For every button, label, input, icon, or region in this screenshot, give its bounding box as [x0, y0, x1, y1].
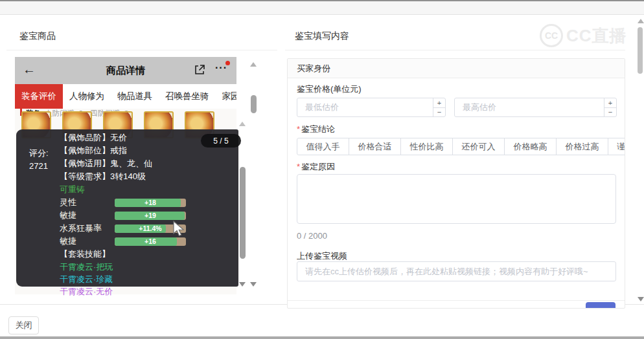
left-section-divider — [6, 50, 277, 50]
inner-scrollbar-thumb[interactable] — [240, 167, 246, 259]
page-scroll-down-icon[interactable] — [638, 297, 644, 301]
set-skill-line: 干霄凌云·珍藏 — [60, 273, 186, 285]
reason-textarea[interactable] — [297, 174, 616, 224]
min-price-placeholder: 最低估价 — [305, 98, 339, 116]
set-skill-line: 干霄凌云·把玩 — [60, 261, 186, 273]
increment-icon[interactable]: + — [433, 98, 445, 108]
outer-scrollbar-thumb[interactable] — [251, 95, 257, 113]
appraisal-dialog: 鉴宝商品 鉴宝填写内容 CC CC直播 ← 商品详情 ··· 装备评价人物修为物… — [0, 0, 644, 339]
mouse-cursor — [172, 221, 187, 240]
form-footer-divider — [288, 300, 625, 301]
conclusion-值得入手[interactable]: 值得入手 — [297, 138, 349, 155]
set-skill-line: 干霄凌云·无价 — [60, 285, 186, 298]
conclusion-价格过高[interactable]: 价格过高 — [556, 138, 608, 155]
increment-icon[interactable]: + — [604, 98, 616, 108]
window-top-strip — [0, 1, 644, 15]
cc-logo-icon: CC — [540, 24, 563, 47]
conclusion-label: 鉴宝结论 — [297, 124, 335, 135]
left-section-title: 鉴宝商品 — [19, 30, 56, 42]
conclusion-价格略高[interactable]: 价格略高 — [504, 138, 557, 155]
max-price-spinner: + − — [604, 98, 616, 116]
notification-dot — [225, 61, 230, 65]
product-detail-header: ← 商品详情 ··· — [15, 57, 236, 84]
conclusion-还价可入[interactable]: 还价可入 — [452, 138, 505, 155]
stat-bar-row: 敏捷+16 — [60, 235, 186, 248]
stat-label: 敏捷 — [60, 235, 115, 248]
stat-bar-row: 敏捷+19 — [60, 209, 186, 222]
min-price-input[interactable]: 最低估价 + − — [297, 98, 446, 117]
reason-label: 鉴定原因 — [297, 161, 335, 173]
stat-bar-row: 水系狂暴率+11.4% — [60, 222, 186, 235]
stat-label: 敏捷 — [60, 209, 115, 222]
appraisal-form-card: 买家身份 鉴宝价格(单位元) 最低估价 + − 最高估价 + − 鉴宝结论 值得… — [287, 58, 625, 309]
max-price-placeholder: 最高估价 — [463, 98, 496, 116]
buyer-identity-header: 买家身份 — [288, 59, 625, 78]
image-pager-badge: 5 / 5 — [201, 134, 241, 148]
conclusion-谨慎购买[interactable]: 谨慎购买 — [608, 138, 625, 155]
item-attribute-line: 【佩饰品阶】无价 — [60, 131, 186, 144]
item-attributes: 【佩饰品阶】无价【佩饰部位】戒指【佩饰适用】鬼、龙、仙【等级需求】3转140级可… — [60, 131, 186, 298]
stat-bar-track: +18 — [115, 199, 186, 207]
char-counter: 0 / 2000 — [297, 231, 327, 241]
price-label: 鉴宝价格(单位元) — [297, 83, 362, 95]
recast-flag: 可重铸 — [60, 183, 186, 196]
right-section-title: 鉴宝填写内容 — [295, 30, 349, 42]
inner-scroll-up-icon[interactable] — [239, 122, 246, 126]
score-label: 评分: — [29, 148, 49, 159]
conclusion-性价比高[interactable]: 性价比高 — [400, 138, 453, 155]
video-placeholder: 请先在cc上传估价视频后，再在此处粘贴视频链接；视频内容有助于好评哦~ — [305, 262, 588, 281]
stat-bar-value: +19 — [115, 212, 186, 220]
stat-label: 灵性 — [60, 196, 115, 209]
video-label: 上传鉴宝视频 — [297, 250, 347, 262]
page-scroll-up-icon[interactable] — [638, 19, 644, 23]
stat-bar-track: +19 — [115, 212, 186, 220]
item-attribute-line: 【佩饰适用】鬼、龙、仙 — [60, 157, 186, 170]
submit-button[interactable] — [586, 302, 615, 309]
outer-scroll-up-icon[interactable] — [250, 62, 257, 67]
video-link-input[interactable]: 请先在cc上传估价视频后，再在此处粘贴视频链接；视频内容有助于好评哦~ — [297, 261, 616, 281]
tab-家园养育[interactable]: 家园养育 — [216, 84, 237, 109]
product-tabbar: 装备评价人物修为物品道具召唤兽坐骑家园养育 — [15, 84, 236, 109]
min-price-spinner: + − — [433, 98, 445, 116]
page-scrollbar-thumb[interactable] — [638, 27, 643, 74]
stat-bar-value: +18 — [115, 199, 186, 207]
item-stats-tooltip: 5 / 5 评分: 2721 【佩饰品阶】无价【佩饰部位】戒指【佩饰适用】鬼、龙… — [16, 129, 238, 287]
close-button[interactable]: 关闭 — [8, 316, 39, 334]
decrement-icon[interactable]: − — [433, 108, 445, 117]
tab-物品道具[interactable]: 物品道具 — [111, 84, 159, 109]
share-icon[interactable] — [194, 64, 205, 78]
cc-watermark-text: CC直播 — [566, 25, 627, 47]
inner-scroll-down-icon[interactable] — [239, 282, 246, 287]
tab-装备评价[interactable]: 装备评价 — [15, 84, 63, 109]
decrement-icon[interactable]: − — [604, 108, 616, 117]
outer-scroll-down-icon[interactable] — [250, 282, 257, 287]
tab-人物修为[interactable]: 人物修为 — [63, 84, 111, 109]
stat-label: 水系狂暴率 — [60, 222, 115, 235]
max-price-input[interactable]: 最高估价 + − — [454, 98, 617, 117]
cc-live-watermark: CC CC直播 — [540, 21, 637, 50]
item-attribute-line: 【佩饰部位】戒指 — [60, 144, 186, 157]
window-bottom-edge — [0, 336, 644, 339]
score-value: 2721 — [29, 161, 48, 171]
item-attribute-line: 【等级需求】3转140级 — [60, 170, 186, 183]
conclusion-button-group: 值得入手价格合适性价比高还价可入价格略高价格过高谨慎购买 — [297, 138, 625, 155]
stat-bar-row: 灵性+18 — [60, 196, 186, 209]
tab-召唤兽坐骑[interactable]: 召唤兽坐骑 — [159, 84, 216, 109]
set-skills-title: 【套装技能】 — [60, 248, 186, 261]
conclusion-价格合适[interactable]: 价格合适 — [349, 138, 401, 155]
